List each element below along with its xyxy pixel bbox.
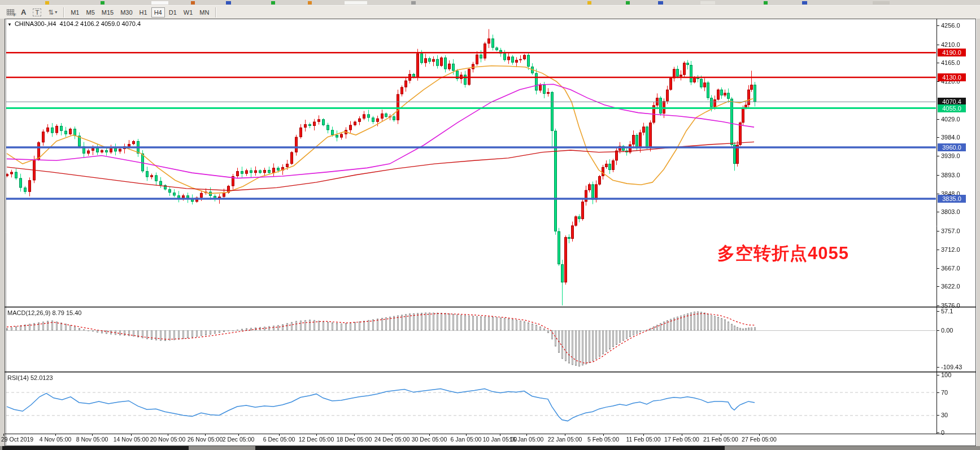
- taskbar-segment: [255, 446, 725, 450]
- time-axis-label: 29 Oct 2019: [1, 436, 33, 443]
- rsi-indicator-label: RSI(14) 52.0123: [7, 374, 53, 381]
- price-axis-tick: 3893.0: [941, 172, 960, 178]
- rsi-axis-tick: 100: [941, 372, 951, 378]
- chart-symbol: CHINA300-,H4: [15, 20, 56, 27]
- price-badge-3960.0: 3960.0: [938, 143, 966, 151]
- time-axis-label: 20 Nov 05:00: [150, 436, 185, 443]
- price-axis-tick: 3667.0: [941, 265, 960, 272]
- macd-indicator-label: MACD(12,26,9) 8.79 15.40: [7, 309, 81, 316]
- rsi-axis-tick: 0: [941, 429, 944, 436]
- time-axis-label: 2 Dec 05:00: [223, 436, 255, 443]
- rsi-axis-tick: 70: [941, 389, 948, 396]
- time-axis-label: 16 Jan 05:00: [509, 436, 544, 443]
- price-badge-4190.0: 4190.0: [938, 49, 966, 56]
- price-axis-tick: 4029.0: [941, 116, 960, 123]
- price-axis-tick: 3803.0: [941, 208, 960, 215]
- time-axis-label: 17 Feb 05:00: [664, 436, 699, 443]
- price-badge-3835.0: 3835.0: [938, 195, 966, 203]
- time-axis-label: 26 Nov 05:00: [188, 436, 223, 443]
- chart-ohlc-values: 4104.2 4106.2 4059.0 4070.4: [59, 20, 141, 27]
- price-axis-tick: 3984.0: [941, 134, 960, 141]
- time-axis-label: 12 Dec 05:00: [299, 436, 334, 443]
- price-axis-tick: 4165.0: [941, 59, 960, 66]
- time-axis-label: 18 Dec 05:00: [337, 436, 372, 443]
- price-badge-4055.0: 4055.0: [938, 104, 966, 112]
- taskbar-edge: [0, 446, 980, 450]
- macd-axis-tick: -109.43: [941, 364, 962, 370]
- time-axis-label: 11 Feb 05:00: [626, 436, 660, 443]
- chart-text-annotation: 多空转折点4055: [717, 242, 849, 265]
- macd-axis-tick: 0.00: [941, 327, 953, 334]
- time-axis-label: 24 Dec 05:00: [374, 436, 410, 443]
- price-axis-tick: 3757.0: [941, 228, 960, 234]
- time-axis-label: 30 Dec 05:00: [412, 436, 447, 443]
- chart-symbol-dropdown-icon[interactable]: ▼: [7, 22, 12, 27]
- price-axis-tick: 3939.0: [941, 152, 960, 159]
- time-axis-label: 21 Feb 05:00: [703, 436, 738, 443]
- price-axis-tick: 3622.0: [941, 283, 960, 290]
- time-axis-label: 22 Jan 05:00: [548, 436, 582, 443]
- price-chart-canvas[interactable]: [0, 0, 980, 450]
- macd-axis-tick: 57.1: [941, 308, 953, 314]
- price-axis-tick: 3712.0: [941, 246, 960, 253]
- time-axis-label: 27 Feb 05:00: [742, 436, 777, 443]
- chart-title: ▼CHINA300-,H4 4104.2 4106.2 4059.0 4070.…: [7, 20, 141, 27]
- taskbar-segment: [2, 446, 189, 450]
- time-axis-label: 6 Dec 05:00: [263, 436, 295, 443]
- time-axis-label: 5 Feb 05:00: [587, 436, 619, 443]
- time-axis-label: 8 Nov 05:00: [76, 436, 108, 443]
- time-axis-label: 6 Jan 05:00: [451, 436, 482, 443]
- price-axis-tick: 4256.0: [941, 22, 960, 29]
- mt4-terminal: F A T ⇅▾ M1M5M15M30H1H4D1W1MN ▼CHINA300-…: [0, 0, 980, 450]
- rsi-axis-tick: 30: [941, 412, 948, 418]
- time-axis-label: 14 Nov 05:00: [114, 436, 149, 443]
- price-axis-tick: 4210.0: [941, 41, 960, 48]
- price-badge-4130.0: 4130.0: [938, 73, 966, 81]
- time-axis-label: 4 Nov 05:00: [40, 436, 72, 443]
